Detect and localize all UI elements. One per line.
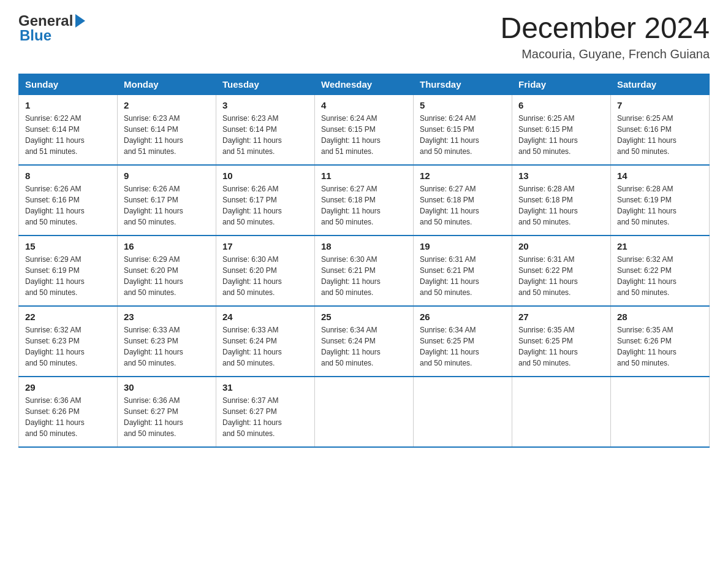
day-cell: 1 Sunrise: 6:22 AMSunset: 6:14 PMDayligh… <box>19 94 118 165</box>
header-row: SundayMondayTuesdayWednesdayThursdayFrid… <box>19 74 710 94</box>
day-cell: 11 Sunrise: 6:27 AMSunset: 6:18 PMDaylig… <box>315 165 414 236</box>
page-header: General Blue December 2024 Macouria, Guy… <box>18 12 710 61</box>
day-number: 5 <box>420 100 506 110</box>
day-cell: 29 Sunrise: 6:36 AMSunset: 6:26 PMDaylig… <box>19 377 118 447</box>
day-number: 28 <box>617 312 703 322</box>
day-cell: 31 Sunrise: 6:37 AMSunset: 6:27 PMDaylig… <box>216 377 315 447</box>
day-info: Sunrise: 6:35 AMSunset: 6:26 PMDaylight:… <box>617 326 677 367</box>
day-cell: 10 Sunrise: 6:26 AMSunset: 6:17 PMDaylig… <box>216 165 315 236</box>
day-cell: 24 Sunrise: 6:33 AMSunset: 6:24 PMDaylig… <box>216 306 315 377</box>
day-info: Sunrise: 6:27 AMSunset: 6:18 PMDaylight:… <box>321 185 381 226</box>
day-cell: 22 Sunrise: 6:32 AMSunset: 6:23 PMDaylig… <box>19 306 118 377</box>
day-cell: 5 Sunrise: 6:24 AMSunset: 6:15 PMDayligh… <box>414 94 512 165</box>
day-number: 17 <box>222 241 308 251</box>
day-cell: 14 Sunrise: 6:28 AMSunset: 6:19 PMDaylig… <box>611 165 710 236</box>
day-number: 4 <box>321 100 407 110</box>
day-cell <box>512 377 611 447</box>
day-number: 25 <box>321 312 407 322</box>
day-info: Sunrise: 6:27 AMSunset: 6:18 PMDaylight:… <box>420 185 479 226</box>
day-info: Sunrise: 6:23 AMSunset: 6:14 PMDaylight:… <box>222 114 282 156</box>
day-cell: 7 Sunrise: 6:25 AMSunset: 6:16 PMDayligh… <box>611 94 710 165</box>
day-number: 2 <box>124 100 210 110</box>
day-number: 6 <box>518 100 604 110</box>
day-info: Sunrise: 6:24 AMSunset: 6:15 PMDaylight:… <box>321 114 381 156</box>
day-info: Sunrise: 6:23 AMSunset: 6:14 PMDaylight:… <box>124 114 183 156</box>
day-number: 10 <box>222 170 308 181</box>
day-cell: 20 Sunrise: 6:31 AMSunset: 6:22 PMDaylig… <box>512 236 611 306</box>
day-number: 1 <box>25 100 111 110</box>
day-cell: 9 Sunrise: 6:26 AMSunset: 6:17 PMDayligh… <box>118 165 216 236</box>
day-cell <box>315 377 414 447</box>
calendar-table: SundayMondayTuesdayWednesdayThursdayFrid… <box>18 74 710 448</box>
day-info: Sunrise: 6:31 AMSunset: 6:22 PMDaylight:… <box>518 255 578 297</box>
day-cell: 28 Sunrise: 6:35 AMSunset: 6:26 PMDaylig… <box>611 306 710 377</box>
day-cell: 25 Sunrise: 6:34 AMSunset: 6:24 PMDaylig… <box>315 306 414 377</box>
day-number: 27 <box>518 312 604 322</box>
day-number: 8 <box>25 170 111 181</box>
day-info: Sunrise: 6:35 AMSunset: 6:25 PMDaylight:… <box>518 326 578 367</box>
calendar-header: SundayMondayTuesdayWednesdayThursdayFrid… <box>19 74 710 94</box>
day-info: Sunrise: 6:36 AMSunset: 6:26 PMDaylight:… <box>25 396 85 438</box>
day-cell: 30 Sunrise: 6:36 AMSunset: 6:27 PMDaylig… <box>118 377 216 447</box>
day-info: Sunrise: 6:30 AMSunset: 6:20 PMDaylight:… <box>222 255 282 297</box>
header-cell-tuesday: Tuesday <box>216 74 315 94</box>
header-cell-sunday: Sunday <box>19 74 118 94</box>
title-block: December 2024 Macouria, Guyane, French G… <box>500 12 710 61</box>
week-row-4: 22 Sunrise: 6:32 AMSunset: 6:23 PMDaylig… <box>19 306 710 377</box>
day-cell: 17 Sunrise: 6:30 AMSunset: 6:20 PMDaylig… <box>216 236 315 306</box>
day-number: 15 <box>25 241 111 251</box>
calendar-body: 1 Sunrise: 6:22 AMSunset: 6:14 PMDayligh… <box>19 94 710 447</box>
day-cell: 26 Sunrise: 6:34 AMSunset: 6:25 PMDaylig… <box>414 306 512 377</box>
day-info: Sunrise: 6:33 AMSunset: 6:24 PMDaylight:… <box>222 326 282 367</box>
logo: General Blue <box>18 12 85 44</box>
day-cell: 15 Sunrise: 6:29 AMSunset: 6:19 PMDaylig… <box>19 236 118 306</box>
logo-blue-text: Blue <box>20 27 51 44</box>
day-info: Sunrise: 6:31 AMSunset: 6:21 PMDaylight:… <box>420 255 479 297</box>
day-info: Sunrise: 6:29 AMSunset: 6:19 PMDaylight:… <box>25 255 85 297</box>
day-info: Sunrise: 6:28 AMSunset: 6:18 PMDaylight:… <box>518 185 578 226</box>
header-cell-thursday: Thursday <box>414 74 512 94</box>
day-number: 19 <box>420 241 506 251</box>
day-number: 12 <box>420 170 506 181</box>
day-info: Sunrise: 6:29 AMSunset: 6:20 PMDaylight:… <box>124 255 183 297</box>
day-info: Sunrise: 6:30 AMSunset: 6:21 PMDaylight:… <box>321 255 381 297</box>
day-info: Sunrise: 6:25 AMSunset: 6:16 PMDaylight:… <box>617 114 677 156</box>
week-row-5: 29 Sunrise: 6:36 AMSunset: 6:26 PMDaylig… <box>19 377 710 447</box>
day-cell: 27 Sunrise: 6:35 AMSunset: 6:25 PMDaylig… <box>512 306 611 377</box>
day-info: Sunrise: 6:24 AMSunset: 6:15 PMDaylight:… <box>420 114 479 156</box>
day-cell: 19 Sunrise: 6:31 AMSunset: 6:21 PMDaylig… <box>414 236 512 306</box>
day-number: 9 <box>124 170 210 181</box>
day-info: Sunrise: 6:26 AMSunset: 6:17 PMDaylight:… <box>124 185 183 226</box>
day-info: Sunrise: 6:34 AMSunset: 6:25 PMDaylight:… <box>420 326 479 367</box>
header-cell-wednesday: Wednesday <box>315 74 414 94</box>
day-cell: 8 Sunrise: 6:26 AMSunset: 6:16 PMDayligh… <box>19 165 118 236</box>
day-cell <box>414 377 512 447</box>
day-cell: 23 Sunrise: 6:33 AMSunset: 6:23 PMDaylig… <box>118 306 216 377</box>
day-info: Sunrise: 6:22 AMSunset: 6:14 PMDaylight:… <box>25 114 85 156</box>
day-number: 24 <box>222 312 308 322</box>
day-info: Sunrise: 6:34 AMSunset: 6:24 PMDaylight:… <box>321 326 381 367</box>
day-info: Sunrise: 6:36 AMSunset: 6:27 PMDaylight:… <box>124 396 183 438</box>
day-cell: 16 Sunrise: 6:29 AMSunset: 6:20 PMDaylig… <box>118 236 216 306</box>
day-number: 16 <box>124 241 210 251</box>
day-cell: 18 Sunrise: 6:30 AMSunset: 6:21 PMDaylig… <box>315 236 414 306</box>
day-number: 22 <box>25 312 111 322</box>
location-subtitle: Macouria, Guyane, French Guiana <box>500 47 710 61</box>
day-number: 23 <box>124 312 210 322</box>
day-info: Sunrise: 6:26 AMSunset: 6:17 PMDaylight:… <box>222 185 282 226</box>
day-cell: 3 Sunrise: 6:23 AMSunset: 6:14 PMDayligh… <box>216 94 315 165</box>
day-cell: 13 Sunrise: 6:28 AMSunset: 6:18 PMDaylig… <box>512 165 611 236</box>
day-info: Sunrise: 6:26 AMSunset: 6:16 PMDaylight:… <box>25 185 85 226</box>
day-number: 26 <box>420 312 506 322</box>
day-number: 14 <box>617 170 703 181</box>
day-number: 13 <box>518 170 604 181</box>
day-info: Sunrise: 6:37 AMSunset: 6:27 PMDaylight:… <box>222 396 282 438</box>
day-info: Sunrise: 6:25 AMSunset: 6:15 PMDaylight:… <box>518 114 578 156</box>
day-info: Sunrise: 6:28 AMSunset: 6:19 PMDaylight:… <box>617 185 677 226</box>
header-cell-saturday: Saturday <box>611 74 710 94</box>
day-cell: 2 Sunrise: 6:23 AMSunset: 6:14 PMDayligh… <box>118 94 216 165</box>
day-number: 18 <box>321 241 407 251</box>
header-cell-monday: Monday <box>118 74 216 94</box>
day-number: 11 <box>321 170 407 181</box>
day-number: 3 <box>222 100 308 110</box>
